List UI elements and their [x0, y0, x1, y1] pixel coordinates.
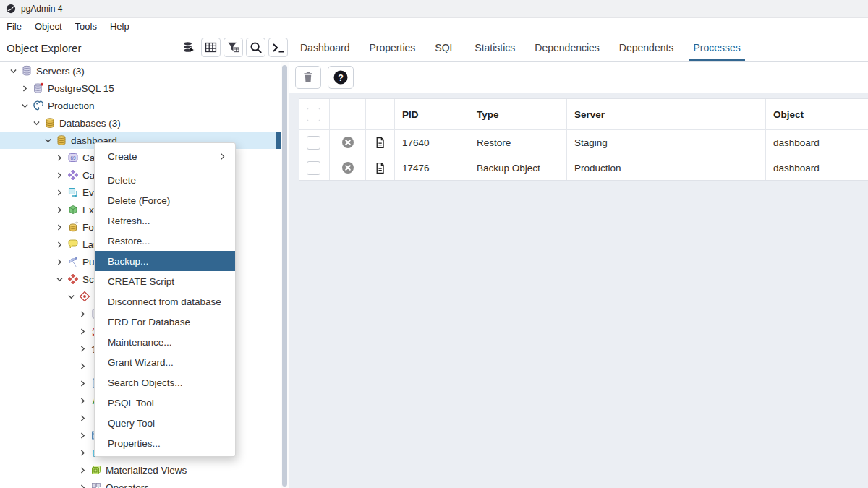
chevron-right-icon[interactable]: [77, 343, 88, 354]
chevron-right-icon[interactable]: [77, 412, 88, 424]
tab-statistics[interactable]: Statistics: [475, 34, 515, 61]
chevron-down-icon[interactable]: [42, 134, 54, 146]
view-data-button[interactable]: [201, 38, 221, 57]
column-header-object[interactable]: Object: [766, 99, 868, 129]
menu-item-maintenance[interactable]: Maintenance...: [95, 332, 235, 352]
row-checkbox-cell: [299, 130, 330, 155]
menubar-item-help[interactable]: Help: [103, 20, 136, 33]
chevron-right-icon[interactable]: [77, 360, 88, 372]
view-data-icon: [204, 40, 218, 54]
row-checkbox[interactable]: [307, 136, 320, 150]
tree-scrollbar-thumb[interactable]: [282, 65, 287, 487]
menu-item-psql-tool[interactable]: PSQL Tool: [95, 393, 235, 413]
process-details-icon: [374, 137, 386, 149]
process-row[interactable]: 17640RestoreStagingdashboard: [299, 130, 868, 155]
row-checkbox[interactable]: [307, 161, 320, 175]
processes-table: PIDTypeServerObject17640RestoreStagingda…: [299, 98, 868, 181]
tree-item-databases-3[interactable]: Databases (3): [0, 114, 281, 132]
stop-process-icon: [341, 136, 354, 149]
column-header-type[interactable]: Type: [469, 99, 567, 129]
object-explorer-toolbar: [179, 38, 288, 57]
menubar-item-file[interactable]: File: [0, 20, 28, 33]
menubar-item-object[interactable]: Object: [28, 20, 69, 33]
chevron-right-icon[interactable]: [77, 308, 88, 320]
menu-item-label: Maintenance...: [108, 337, 172, 348]
process-row[interactable]: 17476Backup ObjectProductiondashboard: [299, 155, 868, 180]
stop-process-button[interactable]: [341, 136, 354, 149]
tab-properties[interactable]: Properties: [370, 34, 416, 61]
tab-label: Processes: [693, 42, 740, 53]
process-details-button[interactable]: [374, 137, 386, 149]
menu-item-erd-for-database[interactable]: ERD For Database: [95, 312, 235, 332]
menu-item-restore[interactable]: Restore...: [95, 231, 235, 251]
menu-item-grant-wizard[interactable]: Grant Wizard...: [95, 352, 235, 372]
tree-item-operators[interactable]: Operators: [0, 479, 281, 488]
menu-item-create-script[interactable]: CREATE Script: [95, 271, 235, 291]
chevron-right-icon[interactable]: [77, 464, 88, 476]
database-gold-icon: [55, 134, 67, 147]
tree-item-servers-3[interactable]: Servers (3): [0, 62, 281, 80]
tree-scrollbar[interactable]: [281, 62, 289, 488]
tree-item-label: Production: [48, 100, 95, 111]
tab-dependents[interactable]: Dependents: [619, 34, 674, 61]
menu-item-disconnect-from-database[interactable]: Disconnect from database: [95, 291, 235, 312]
process-details-button[interactable]: [374, 162, 386, 174]
chevron-right-icon[interactable]: [77, 395, 88, 406]
tab-dependencies[interactable]: Dependencies: [535, 34, 600, 61]
chevron-right-icon[interactable]: [54, 187, 65, 198]
tab-sql[interactable]: SQL: [435, 34, 455, 61]
chevron-down-icon[interactable]: [65, 291, 77, 302]
psql-tool-button[interactable]: [268, 38, 288, 57]
panel-tab-bar: DashboardPropertiesSQLStatisticsDependen…: [289, 34, 868, 62]
chevron-right-icon[interactable]: [77, 377, 88, 389]
chevron-right-icon[interactable]: [54, 239, 65, 250]
menu-item-refresh[interactable]: Refresh...: [95, 210, 235, 231]
delete-process-button[interactable]: [295, 66, 321, 89]
menu-item-create[interactable]: Create: [95, 146, 235, 166]
chevron-right-icon[interactable]: [19, 82, 30, 94]
tree-item-postgresql-15[interactable]: PostgreSQL 15: [0, 80, 281, 97]
chevron-right-icon[interactable]: [77, 325, 88, 337]
tab-dashboard[interactable]: Dashboard: [300, 34, 350, 61]
chevron-right-icon[interactable]: [54, 256, 65, 267]
menu-item-delete-force[interactable]: Delete (Force): [95, 190, 235, 210]
search-objects-button[interactable]: [246, 38, 265, 57]
connect-database-button[interactable]: [179, 38, 198, 57]
column-header-pid[interactable]: PID: [395, 99, 469, 129]
select-all-checkbox[interactable]: [307, 108, 320, 121]
chevron-down-icon[interactable]: [30, 117, 42, 129]
menu-item-search-objects[interactable]: Search Objects...: [95, 372, 235, 393]
chevron-down-icon[interactable]: [19, 100, 30, 111]
stop-process-button[interactable]: [341, 161, 354, 174]
chevron-right-icon[interactable]: [54, 221, 65, 233]
menubar-item-tools[interactable]: Tools: [69, 20, 103, 33]
chevron-right-icon[interactable]: [54, 204, 65, 215]
menu-item-backup[interactable]: Backup...: [95, 251, 235, 271]
chevron-right-icon[interactable]: [54, 169, 65, 181]
chevron-down-icon[interactable]: [54, 273, 65, 285]
svg-text:69: 69: [70, 155, 76, 160]
row-checkbox-cell: [299, 155, 330, 180]
menu-separator: [95, 168, 235, 168]
menu-item-delete[interactable]: Delete: [95, 170, 235, 190]
tree-item-materialized-views[interactable]: Materialized Views: [0, 461, 281, 479]
languages-icon: [67, 239, 79, 251]
chevron-down-icon[interactable]: [7, 65, 19, 77]
chevron-right-icon[interactable]: [77, 429, 88, 441]
menu-item-query-tool[interactable]: Query Tool: [95, 413, 235, 433]
catalogs-icon: [67, 169, 79, 181]
chevron-right-icon[interactable]: [77, 447, 88, 458]
menu-item-properties[interactable]: Properties...: [95, 433, 235, 453]
context-menu: CreateDeleteDelete (Force)Refresh...Rest…: [94, 142, 236, 457]
tree-item-label: Servers (3): [36, 66, 85, 77]
chevron-right-icon[interactable]: [54, 152, 65, 163]
tab-processes[interactable]: Processes: [693, 34, 740, 61]
panel-divider[interactable]: [289, 34, 289, 488]
chevron-right-icon[interactable]: [77, 481, 88, 488]
cell-server: Staging: [567, 130, 766, 155]
column-header-server[interactable]: Server: [567, 99, 766, 129]
menu-item-label: Restore...: [108, 236, 150, 247]
tree-item-production[interactable]: Production: [0, 97, 281, 114]
filter-rows-button[interactable]: [224, 38, 243, 57]
help-button[interactable]: ?: [328, 66, 354, 89]
